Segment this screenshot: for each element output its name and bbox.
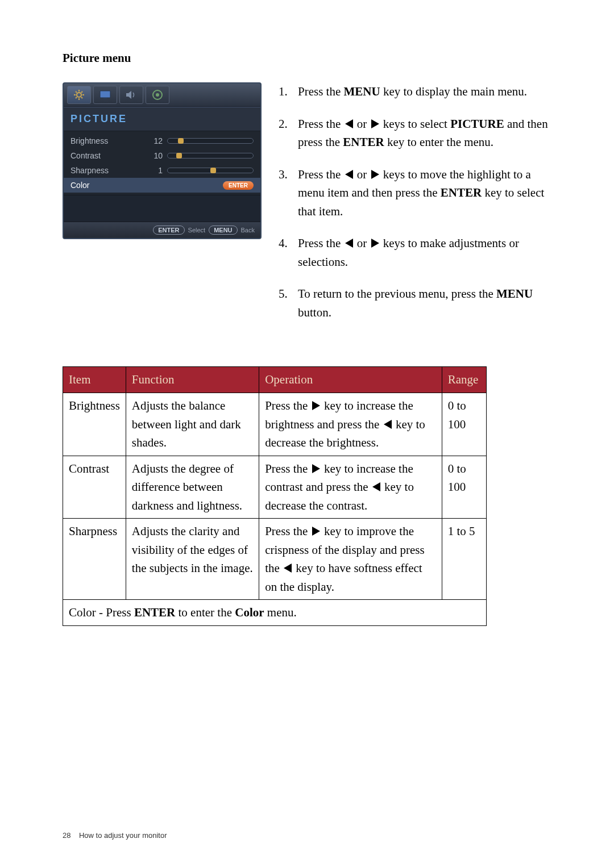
page-number: 28: [63, 831, 70, 840]
instruction-item: Press the or keys to make adjustments or…: [279, 234, 557, 271]
cell-range: 1 to 5: [442, 519, 486, 600]
cell-operation: Press the key to increase the contrast a…: [259, 456, 442, 519]
osd-slider[interactable]: [167, 138, 254, 144]
osd-value: 10: [139, 151, 167, 160]
brightness-icon: [74, 90, 84, 100]
osd-section-title: PICTURE: [64, 107, 260, 131]
osd-tab-picture[interactable]: [67, 86, 91, 104]
cell-function: Adjusts the balance between light and da…: [126, 393, 259, 456]
osd-label: Sharpness: [70, 166, 139, 175]
right-arrow-icon: [312, 401, 320, 410]
page-footer: 28 How to adjust your monitor: [63, 831, 167, 840]
osd-tab-bar: [64, 84, 260, 107]
cell-item: Sharpness: [63, 519, 126, 600]
right-arrow-icon: [312, 464, 320, 473]
right-arrow-icon: [371, 170, 379, 179]
svg-rect-10: [103, 98, 107, 99]
table-row: Sharpness Adjusts the clarity and visibi…: [63, 519, 487, 600]
right-arrow-icon: [371, 119, 379, 128]
text-run: Press the: [298, 117, 344, 131]
osd-footer: ENTER Select MENU Back: [64, 222, 260, 238]
svg-point-13: [156, 93, 159, 97]
svg-point-0: [77, 93, 81, 97]
osd-tab-system[interactable]: [146, 86, 169, 104]
key-name: ENTER: [343, 135, 384, 149]
col-range: Range: [442, 367, 486, 393]
text-run: Press the: [265, 399, 311, 412]
table-row: Contrast Adjusts the degree of differenc…: [63, 456, 487, 519]
footer-menu-pill: MENU: [209, 226, 237, 235]
svg-marker-11: [126, 91, 131, 99]
cell-color-note: Color - Press ENTER to enter the Color m…: [63, 600, 487, 626]
cell-item: Brightness: [63, 393, 126, 456]
cell-function: Adjusts the degree of difference between…: [126, 456, 259, 519]
text-run: keys to select: [380, 117, 451, 131]
cell-range: 0 to 100: [442, 456, 486, 519]
osd-slider[interactable]: [167, 168, 254, 173]
osd-label: Color: [70, 181, 139, 190]
left-arrow-icon: [384, 420, 392, 429]
instruction-item: Press the MENU key to display the main m…: [279, 82, 557, 101]
key-name: ENTER: [134, 606, 175, 619]
display-icon: [99, 90, 111, 99]
table-footer-row: Color - Press ENTER to enter the Color m…: [63, 600, 487, 626]
text-run: Press the: [265, 524, 311, 538]
osd-row-sharpness[interactable]: Sharpness 1: [64, 163, 260, 178]
text-run: Color - Press: [69, 606, 134, 619]
top-row: PICTURE Brightness 12 Contrast 10 Sharpn…: [63, 82, 557, 335]
key-name: Color: [235, 606, 264, 619]
osd-slider[interactable]: [167, 153, 254, 158]
text-run: To return to the previous menu, press th…: [298, 287, 496, 301]
cell-operation: Press the key to increase the brightness…: [259, 393, 442, 456]
osd-label: Contrast: [70, 151, 139, 160]
text-run: Press the: [298, 85, 344, 98]
page-title: Picture menu: [63, 51, 557, 65]
svg-rect-9: [100, 91, 110, 98]
text-run: Press the: [298, 236, 344, 250]
osd-screenshot: PICTURE Brightness 12 Contrast 10 Sharpn…: [63, 82, 262, 239]
osd-value: 12: [139, 136, 167, 145]
key-name: ENTER: [441, 186, 482, 199]
key-name: MENU: [344, 85, 380, 98]
instruction-item: Press the or keys to select PICTURE and …: [279, 115, 557, 152]
cell-function: Adjusts the clarity and visibility of th…: [126, 519, 259, 600]
text-run: Press the: [298, 168, 344, 181]
svg-line-7: [76, 97, 77, 98]
speaker-icon: [126, 90, 137, 99]
osd-item-list: Brightness 12 Contrast 10 Sharpness 1 Co…: [64, 131, 260, 195]
instruction-item: To return to the previous menu, press th…: [279, 285, 557, 322]
text-run: key to display the main menu.: [380, 85, 527, 98]
footer-back-text: Back: [241, 227, 255, 233]
footer-select-text: Select: [188, 227, 206, 233]
osd-row-contrast[interactable]: Contrast 10: [64, 148, 260, 163]
text-run: Press the: [265, 462, 311, 475]
instruction-item: Press the or keys to move the highlight …: [279, 165, 557, 221]
cell-range: 0 to 100: [442, 393, 486, 456]
text-run: button.: [298, 306, 331, 319]
osd-label: Brightness: [70, 136, 139, 145]
osd-value: 1: [139, 166, 167, 175]
col-function: Function: [126, 367, 259, 393]
text-run: key to enter the menu.: [384, 135, 493, 149]
osd-tab-display[interactable]: [93, 86, 117, 104]
osd-tab-audio[interactable]: [119, 86, 143, 104]
instruction-list: Press the MENU key to display the main m…: [279, 82, 557, 335]
table-row: Brightness Adjusts the balance between l…: [63, 393, 487, 456]
col-operation: Operation: [259, 367, 442, 393]
osd-blank-area: [64, 195, 260, 222]
key-name: MENU: [496, 287, 533, 301]
right-arrow-icon: [371, 239, 379, 248]
footer-enter-pill: ENTER: [153, 226, 184, 235]
col-item: Item: [63, 367, 126, 393]
osd-row-color[interactable]: Color ENTER: [64, 178, 260, 193]
left-arrow-icon: [284, 564, 292, 573]
picture-menu-table: Item Function Operation Range Brightness…: [63, 366, 487, 626]
enter-badge[interactable]: ENTER: [223, 181, 254, 190]
left-arrow-icon: [345, 239, 353, 248]
table-header-row: Item Function Operation Range: [63, 367, 487, 393]
right-arrow-icon: [312, 527, 320, 536]
left-arrow-icon: [345, 170, 353, 179]
svg-line-6: [81, 97, 82, 98]
key-name: PICTURE: [450, 117, 504, 131]
osd-row-brightness[interactable]: Brightness 12: [64, 133, 260, 148]
